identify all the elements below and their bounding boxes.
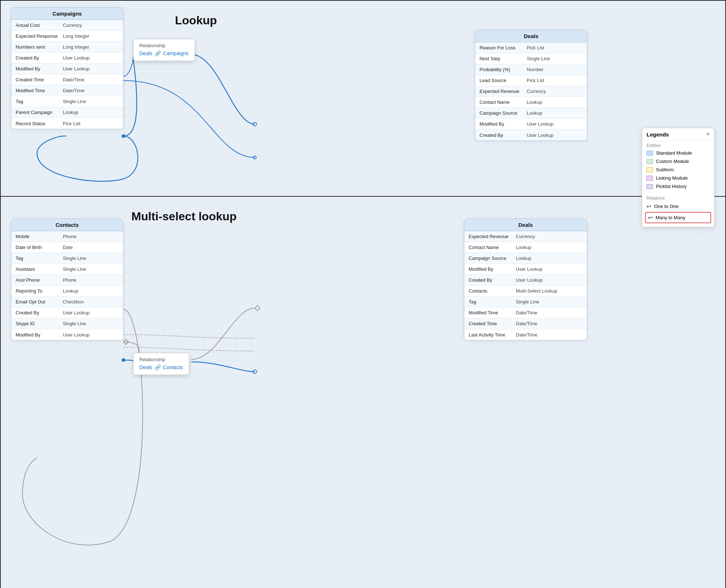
table-row: Tag Single Line <box>11 96 123 107</box>
table-row: Probability (%) Number <box>475 64 587 75</box>
table-row: Record Status Pick List <box>11 118 123 129</box>
table-row: Created By User Lookup <box>475 130 587 140</box>
custom-label: Custom Module <box>656 159 689 164</box>
picklist-label: Picklist History <box>656 184 687 189</box>
table-row: Next Step Single Line <box>475 53 587 64</box>
table-row: Created Time Date/Time <box>11 74 123 85</box>
legend-many-to-many: ↩ Many to Many <box>645 212 711 223</box>
svg-point-1 <box>122 134 125 138</box>
legend-standard: Standard Module <box>642 149 714 157</box>
top-section: Lookup Campaigns Actual Cost Currency Ex… <box>1 1 725 197</box>
deals-header-bottom: Deals <box>464 219 587 231</box>
table-row: Expected Response Long Integer <box>11 31 123 42</box>
relations-label: Relations <box>642 193 714 201</box>
table-row: Tag Single Line <box>464 297 587 307</box>
svg-point-4 <box>122 358 125 362</box>
table-row: Created By User Lookup <box>11 307 123 318</box>
deals-card-bottom: Deals Expected Revenue Currency Contact … <box>464 219 587 340</box>
legend-one-to-one: ↩ One to One <box>642 201 714 211</box>
standard-icon <box>647 151 653 156</box>
linking-label: Linking Module <box>656 175 688 181</box>
relationship-popup-top: Relationship Deals 🔗 Campaigns <box>133 39 195 61</box>
table-row: Modified Time Date/Time <box>11 85 123 96</box>
legends-title: Legends <box>647 131 669 138</box>
table-row: Reporting To Lookup <box>11 286 123 297</box>
table-row: Asst Phone Phone <box>11 275 123 286</box>
table-row: Date of Birth Date <box>11 242 123 253</box>
table-row: Modified By User Lookup <box>11 64 123 74</box>
table-row: Skype ID Single Line <box>11 318 123 329</box>
subform-label: Subform <box>656 167 674 172</box>
table-row: Contact Name Lookup <box>475 97 587 108</box>
linking-icon <box>647 176 653 181</box>
table-row: Expected Revenue Currency <box>475 86 587 97</box>
deals-card-top: Deals Reason For Loss Pick List Next Ste… <box>475 30 587 141</box>
table-row: Modified By User Lookup <box>464 264 587 275</box>
many-to-many-symbol: ↩ <box>648 214 653 221</box>
standard-label: Standard Module <box>656 150 692 156</box>
table-row: Reason For Loss Pick List <box>475 42 587 53</box>
bottom-title: Multi-select lookup <box>131 210 237 223</box>
entities-label: Entities <box>642 141 714 149</box>
custom-icon <box>647 159 653 164</box>
rel-link-campaigns-top[interactable]: Campaigns <box>163 50 189 56</box>
table-row: Contacts Multi-Select Lookup <box>464 286 587 297</box>
table-row: Modified Time Date/Time <box>464 307 587 318</box>
bottom-section: Multi-select lookup Contacts Mobile Phon… <box>1 197 725 588</box>
relationship-popup-bottom: Relationship Deals 🔗 Contacts <box>133 353 189 375</box>
svg-point-2 <box>253 156 256 159</box>
rel-link-contacts-bottom[interactable]: Contacts <box>163 364 183 370</box>
rel-title-top: Relationship <box>139 43 189 48</box>
campaigns-card: Campaigns Actual Cost Currency Expected … <box>11 7 123 129</box>
svg-point-0 <box>253 122 257 126</box>
table-row: Parent Campaign Lookup <box>11 107 123 118</box>
rel-title-bottom: Relationship <box>139 357 183 362</box>
legend-picklist: Picklist History <box>642 182 714 191</box>
rel-links-bottom: Deals 🔗 Contacts <box>139 364 183 370</box>
rel-link-deals-top[interactable]: Deals <box>139 50 152 56</box>
contacts-header: Contacts <box>11 219 123 231</box>
one-to-one-label: One to One <box>654 204 678 209</box>
legends-panel: Legends × Entities Standard Module Custo… <box>642 128 714 227</box>
table-row: Email Opt Out Checkbox <box>11 297 123 307</box>
table-row: Modified By User Lookup <box>475 119 587 130</box>
table-row: Last Activity Time Date/Time <box>464 329 587 340</box>
contacts-card: Contacts Mobile Phone Date of Birth Date… <box>11 219 123 340</box>
table-row: Assistant Single Line <box>11 264 123 275</box>
table-row: Campaign Source Lookup <box>464 253 587 264</box>
table-row: Created Time Date/Time <box>464 318 587 329</box>
deals-header-top: Deals <box>475 30 587 42</box>
table-row: Contact Name Lookup <box>464 242 587 253</box>
top-title: Lookup <box>175 14 217 27</box>
table-row: Modified By User Lookup <box>11 329 123 340</box>
table-row: Numbers sent Long Integer <box>11 42 123 53</box>
subform-icon <box>647 167 653 172</box>
table-row: Lead Source Pick List <box>475 75 587 86</box>
legend-custom: Custom Module <box>642 157 714 166</box>
legends-header: Legends × <box>642 128 714 141</box>
picklist-icon <box>647 184 653 189</box>
svg-point-3 <box>253 370 257 373</box>
link-icon-top: 🔗 <box>155 50 161 56</box>
main-container: Lookup Campaigns Actual Cost Currency Ex… <box>0 0 726 588</box>
link-icon-bottom: 🔗 <box>155 364 161 370</box>
table-row: Mobile Phone <box>11 231 123 242</box>
many-to-many-label: Many to Many <box>656 215 685 220</box>
rel-link-deals-bottom[interactable]: Deals <box>139 364 152 370</box>
table-row: Created By User Lookup <box>464 275 587 286</box>
rel-links-top: Deals 🔗 Campaigns <box>139 50 189 56</box>
table-row: Tag Single Line <box>11 253 123 264</box>
campaigns-header: Campaigns <box>11 8 123 20</box>
legend-linking: Linking Module <box>642 174 714 182</box>
table-row: Actual Cost Currency <box>11 20 123 31</box>
one-to-one-symbol: ↩ <box>647 203 651 210</box>
table-row: Campaign Source Lookup <box>475 108 587 119</box>
table-row: Expected Revenue Currency <box>464 231 587 242</box>
legend-subform: Subform <box>642 166 714 174</box>
legends-close-button[interactable]: × <box>706 131 710 138</box>
table-row: Created By User Lookup <box>11 53 123 64</box>
